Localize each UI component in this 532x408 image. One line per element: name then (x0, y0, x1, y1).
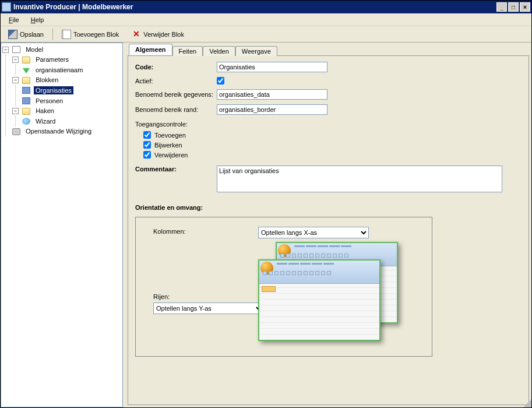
tab-feiten[interactable]: Feiten (172, 46, 203, 56)
add-block-button[interactable]: Toevoegen Blok (58, 28, 123, 41)
access-delete-label: Verwijderen (154, 152, 188, 159)
bereik-data-input[interactable] (217, 89, 327, 100)
tree-panel: − Model − Parameters organisatienaam (1, 43, 123, 407)
actief-label: Actief: (135, 78, 217, 85)
access-update-label: Bijwerken (154, 142, 182, 149)
folder-icon (22, 77, 30, 84)
tree-haken[interactable]: Haken (34, 107, 56, 115)
tree-expander[interactable]: − (12, 57, 19, 63)
kolommen-label: Kolommen: (153, 228, 186, 235)
folder-icon (22, 57, 30, 64)
folder-icon (22, 108, 30, 115)
code-input[interactable] (217, 62, 327, 72)
tree-param-org[interactable]: organisatienaam (34, 66, 84, 74)
block-icon (22, 97, 30, 104)
bereik-rand-input[interactable] (217, 104, 327, 115)
tree-blokken[interactable]: Blokken (34, 76, 60, 84)
minimize-button[interactable]: _ (496, 2, 507, 12)
menubar: File Help (1, 13, 531, 26)
close-button[interactable]: × (520, 2, 530, 12)
access-add-label: Toevoegen (154, 132, 186, 139)
tree-block-personen[interactable]: Personen (34, 97, 65, 105)
tree-block-organisaties[interactable]: Organisaties (34, 86, 73, 94)
delete-icon: ✕ (132, 30, 141, 39)
parameter-icon (22, 66, 30, 73)
access-delete-checkbox[interactable] (143, 151, 151, 159)
tree-expander[interactable]: − (12, 108, 19, 114)
document-icon (62, 30, 71, 39)
actief-checkbox[interactable] (217, 77, 224, 85)
tree-wizard[interactable]: Wizard (34, 117, 57, 125)
menu-help[interactable]: Help (29, 15, 47, 24)
model-icon (12, 46, 20, 53)
code-label: Code: (135, 64, 217, 71)
tree-expander[interactable]: − (12, 77, 19, 83)
tree-expander[interactable]: − (2, 47, 9, 53)
access-add-checkbox[interactable] (143, 131, 151, 139)
toolbar-separator (52, 29, 53, 40)
rijen-label: Rijen: (153, 293, 264, 300)
menu-file[interactable]: File (6, 15, 22, 24)
tab-body-algemeen: Code: Actief: Benoemd bereik gegevens: B… (128, 55, 529, 405)
save-button[interactable]: Opslaan (4, 28, 48, 41)
window-title: Invantive Producer | Modelbewerker (13, 3, 496, 11)
tab-algemeen[interactable]: Algemeen (129, 44, 172, 55)
delete-block-button[interactable]: ✕ Verwijder Blok (128, 28, 188, 41)
add-block-label: Toevoegen Blok (73, 31, 119, 38)
tab-velden[interactable]: Velden (203, 46, 235, 56)
hook-icon (22, 118, 30, 125)
access-update-checkbox[interactable] (143, 141, 151, 149)
toolbar: Opslaan Toevoegen Blok ✕ Verwijder Blok (1, 26, 531, 43)
tree-model[interactable]: Model (24, 45, 45, 54)
orient-label: Orientatie en omvang: (135, 204, 522, 211)
maximize-button[interactable]: □ (508, 2, 519, 12)
window-titlebar: Invantive Producer | Modelbewerker _ □ × (1, 1, 531, 13)
rijen-select[interactable]: Optellen langs Y-as (153, 303, 264, 314)
comment-textarea[interactable]: Lijst van organisaties (217, 166, 502, 192)
pending-icon (12, 128, 20, 135)
bereik-rand-label: Benoemd bereik rand: (135, 106, 217, 113)
tree-parameters[interactable]: Parameters (34, 55, 71, 64)
bereik-data-label: Benoemd bereik gegevens: (135, 91, 217, 98)
kolommen-select[interactable]: Optellen langs X-as (258, 227, 369, 238)
comment-label: Commentaar: (135, 166, 217, 192)
app-icon (2, 2, 11, 12)
access-label: Toegangscontrole: (135, 121, 522, 128)
tabstrip: Algemeen Feiten Velden Weergave (128, 43, 529, 55)
content-panel: Algemeen Feiten Velden Weergave Code: Ac… (125, 43, 531, 407)
tab-weergave[interactable]: Weergave (235, 46, 277, 56)
orient-box: Kolommen: Optellen langs X-as (135, 217, 432, 357)
resize-grip[interactable] (523, 399, 531, 407)
preview-window-front (258, 259, 380, 341)
tree-pending[interactable]: Openstaande Wijziging (24, 127, 93, 135)
delete-block-label: Verwijder Blok (143, 31, 184, 38)
save-label: Opslaan (20, 31, 44, 38)
save-icon (8, 30, 17, 39)
block-icon (22, 87, 30, 94)
